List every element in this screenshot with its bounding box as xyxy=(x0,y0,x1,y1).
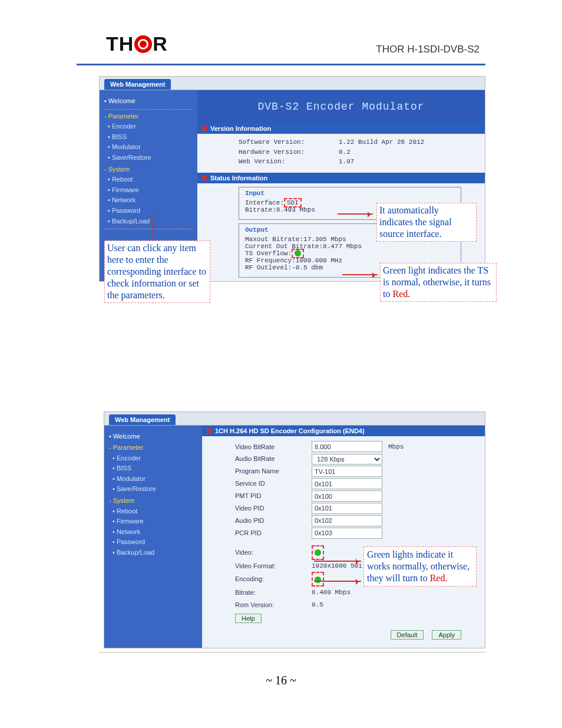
logo-right: R xyxy=(153,32,168,55)
logo: TH R xyxy=(106,32,168,55)
page-title: DVB-S2 Encoder Modulator xyxy=(197,90,485,123)
value-current-out: 8.477 Mbps xyxy=(323,243,362,250)
arrow-icon xyxy=(314,581,361,582)
label-program-name: Program Name xyxy=(235,465,306,477)
tab-bar: Web Management xyxy=(104,412,485,426)
label-audio-pid: Audio PID xyxy=(235,515,306,527)
arrow-icon xyxy=(314,561,361,562)
sidebar-item-biss[interactable]: • BISS xyxy=(108,132,193,143)
sidebar: • Welcome - Parameter • Encoder • BISS •… xyxy=(104,426,202,648)
sidebar-item-welcome[interactable]: • Welcome xyxy=(104,96,193,107)
sidebar-item-encoder[interactable]: • Encoder xyxy=(113,453,197,464)
label-interface: Interface: xyxy=(245,199,284,206)
label-video-pid: Video PID xyxy=(235,502,306,515)
main-panel: DVB-S2 Encoder Modulator Version Informa… xyxy=(197,90,485,281)
label-bitrate: Bitrate: xyxy=(235,587,306,599)
label-pcr-pid: PCR PID xyxy=(235,527,306,539)
sidebar-item-password[interactable]: • Password xyxy=(108,206,193,216)
value-bitrate: 8.480 Mbps xyxy=(312,587,351,599)
heading-input: Input xyxy=(245,190,455,197)
help-button[interactable]: Help xyxy=(235,614,262,623)
sidebar-item-reboot[interactable]: • Reboot xyxy=(108,174,193,185)
sidebar-group-system[interactable]: - System xyxy=(104,164,193,175)
input-program-name[interactable] xyxy=(312,466,382,477)
screenshot-2: Web Management • Welcome - Parameter • E… xyxy=(104,411,485,649)
label-pmt-pid: PMT PID xyxy=(235,490,306,502)
value-video-format: 1920x1080 50i xyxy=(312,560,362,572)
screenshot-1: Web Management • Welcome - Parameter • E… xyxy=(99,76,485,282)
sidebar-group-parameter[interactable]: - Parameter xyxy=(109,443,197,453)
annotation-ts: Green light indicates the TS is normal, … xyxy=(380,263,497,302)
label-video-format: Video Format: xyxy=(235,560,306,572)
sidebar-item-firmware[interactable]: • Firmware xyxy=(108,185,193,196)
value-sw-version: 1.22 Build Apr 26 2012 xyxy=(339,137,424,147)
sidebar-item-welcome[interactable]: • Welcome xyxy=(109,431,197,442)
select-audio-bitrate[interactable]: 128 Kbps xyxy=(312,454,382,465)
apply-button[interactable]: Apply xyxy=(432,630,461,640)
sidebar-item-save[interactable]: • Save/Restore xyxy=(113,484,197,495)
sidebar-item-save[interactable]: • Save/Restore xyxy=(108,153,193,163)
footer-rule xyxy=(99,652,485,653)
config-panel: 1CH H.264 HD SD Encoder Configuration (E… xyxy=(202,426,485,648)
sidebar-group-system[interactable]: - System xyxy=(109,496,197,506)
section-version: Version Information xyxy=(197,123,485,134)
value-rf-outlevel: -0.5 dbm xyxy=(292,264,323,271)
default-button[interactable]: Default xyxy=(391,630,424,640)
label-web-version: Web Version: xyxy=(239,157,333,167)
unit-mbps: Mbps xyxy=(388,441,404,453)
tab-web-management[interactable]: Web Management xyxy=(109,414,176,425)
square-icon xyxy=(202,126,207,131)
input-pcr-pid[interactable] xyxy=(312,528,382,539)
gear-icon xyxy=(134,35,152,53)
page-number: ~ 16 ~ xyxy=(0,674,562,687)
input-pmt-pid[interactable] xyxy=(312,490,382,502)
sidebar-item-biss[interactable]: • BISS xyxy=(113,463,197,474)
logo-left: TH xyxy=(106,32,134,55)
label-rf-freq: RF Frequency: xyxy=(245,257,296,264)
sidebar-group-parameter[interactable]: - Parameter xyxy=(104,111,193,122)
annotation-interface: It automatically indicates the signal so… xyxy=(376,203,477,242)
label-current-out: Current Out Bitrate: xyxy=(245,243,323,250)
sidebar-item-reboot[interactable]: • Reboot xyxy=(113,506,197,517)
input-audio-pid[interactable] xyxy=(312,515,382,526)
status-light-icon xyxy=(315,549,321,556)
sidebar-item-modulator[interactable]: • Modulator xyxy=(113,474,197,485)
sidebar-item-network[interactable]: • Network xyxy=(113,527,197,538)
sidebar-item-backup[interactable]: • Backup/Load xyxy=(108,216,193,227)
line-icon xyxy=(153,213,154,241)
sidebar-item-encoder[interactable]: • Encoder xyxy=(108,121,193,132)
sidebar-item-backup[interactable]: • Backup/Load xyxy=(113,548,197,558)
status-light-icon xyxy=(315,577,321,583)
label-bitrate: Bitrate: xyxy=(245,206,276,213)
label-rom-version: Rom Version: xyxy=(235,599,306,611)
arrow-icon xyxy=(342,274,378,275)
value-web-version: 1.07 xyxy=(339,157,354,167)
sidebar-item-network[interactable]: • Network xyxy=(108,195,193,206)
label-hw-version: Hardware Version: xyxy=(239,147,333,157)
value-maxout: 17.305 Mbps xyxy=(303,236,346,243)
input-service-id[interactable] xyxy=(312,478,382,489)
label-sw-version: Software Version: xyxy=(239,137,333,147)
input-video-bitrate[interactable] xyxy=(312,441,382,452)
header-rule xyxy=(77,64,485,65)
label-maxout: Maxout Bitrate: xyxy=(245,236,303,243)
square-icon xyxy=(202,176,207,180)
sidebar-item-firmware[interactable]: • Firmware xyxy=(113,516,197,527)
value-bitrate: 8.493 Mbps xyxy=(276,206,315,213)
tab-web-management[interactable]: Web Management xyxy=(104,79,171,90)
label-encoding: Encoding: xyxy=(235,573,306,585)
doc-title: THOR H-1SDI-DVB-S2 xyxy=(376,44,480,55)
value-rom-version: 0.5 xyxy=(312,599,323,611)
annotation-sidebar: User can click any item here to enter th… xyxy=(104,241,210,303)
value-hw-version: 0.2 xyxy=(339,147,351,157)
input-video-pid[interactable] xyxy=(312,503,382,514)
label-ts-overflow: TS Overflow: xyxy=(245,250,292,257)
sidebar-item-password[interactable]: • Password xyxy=(113,537,197,548)
label-service-id: Service ID xyxy=(235,477,306,490)
sidebar-item-modulator[interactable]: • Modulator xyxy=(108,142,193,153)
status-light-icon xyxy=(295,250,301,256)
label-video: Video: xyxy=(235,546,306,559)
section-status: Status Information xyxy=(197,173,485,183)
label-video-bitrate: Video BitRate xyxy=(235,441,306,453)
section-encoder-config: 1CH H.264 HD SD Encoder Configuration (E… xyxy=(202,426,485,436)
